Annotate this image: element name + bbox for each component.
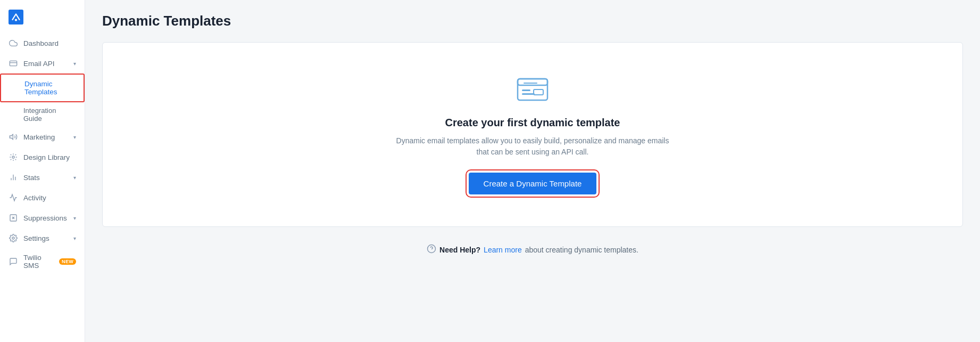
card-icon (9, 59, 18, 68)
svg-rect-2 (10, 61, 16, 66)
sidebar-item-activity-label: Activity (23, 194, 46, 202)
sidebar-item-dynamic-templates-label: Dynamic Templates (10, 80, 75, 96)
sidebar-item-dashboard[interactable]: Dashboard (0, 33, 85, 53)
sidebar-item-dashboard-label: Dashboard (23, 39, 59, 47)
sidebar-item-suppressions-label: Suppressions (23, 214, 67, 222)
help-learn-more-link[interactable]: Learn more (484, 246, 522, 254)
suppress-icon (9, 213, 18, 223)
stats-icon (9, 173, 18, 182)
main-content: Dynamic Templates Create your first dyna… (85, 0, 980, 342)
sidebar-item-stats-label: Stats (23, 174, 40, 182)
empty-state-description: Dynamic email templates allow you to eas… (389, 135, 676, 158)
chevron-down-icon: ▾ (73, 235, 76, 241)
sidebar-item-marketing[interactable]: Marketing ▾ (0, 127, 85, 147)
svg-rect-0 (9, 10, 23, 25)
template-icon (516, 75, 550, 106)
svg-rect-14 (518, 79, 547, 85)
help-label: Need Help? (439, 246, 480, 254)
sidebar-item-marketing-label: Marketing (23, 133, 55, 141)
sidebar-item-twilio-sms-label: Twilio SMS (23, 254, 52, 270)
activity-icon (9, 193, 18, 202)
chevron-down-icon: ▾ (73, 215, 76, 221)
sidebar-item-dynamic-templates[interactable]: Dynamic Templates (0, 74, 85, 102)
sidebar-item-settings[interactable]: Settings ▾ (0, 228, 85, 248)
cloud-icon (9, 38, 18, 48)
svg-point-5 (12, 156, 14, 158)
chevron-down-icon: ▾ (73, 61, 76, 67)
help-suffix: about creating dynamic templates. (525, 246, 638, 254)
sidebar-item-settings-label: Settings (23, 234, 49, 242)
chevron-down-icon: ▾ (73, 175, 76, 181)
svg-rect-17 (522, 93, 535, 95)
help-icon (427, 244, 436, 256)
svg-rect-18 (534, 89, 543, 95)
svg-rect-16 (522, 89, 530, 91)
svg-point-12 (12, 237, 14, 239)
sidebar-item-integration-guide-label: Integration Guide (23, 107, 76, 123)
design-icon (9, 152, 18, 162)
new-badge: NEW (59, 258, 76, 265)
sidebar-item-design-library[interactable]: Design Library (0, 147, 85, 167)
empty-state-title: Create your first dynamic template (445, 117, 620, 129)
chevron-down-icon: ▾ (73, 134, 76, 140)
logo (0, 4, 85, 33)
speaker-icon (9, 132, 18, 142)
page-title: Dynamic Templates (102, 13, 963, 29)
sidebar-item-twilio-sms[interactable]: Twilio SMS NEW (0, 248, 85, 275)
empty-state-card: Create your first dynamic template Dynam… (102, 42, 963, 227)
sidebar-item-email-api[interactable]: Email API ▾ (0, 53, 85, 74)
help-section: Need Help? Learn more about creating dyn… (102, 244, 963, 256)
sidebar-item-integration-guide[interactable]: Integration Guide (0, 102, 85, 127)
gear-icon (9, 233, 18, 243)
svg-point-1 (15, 19, 17, 21)
sidebar: Dashboard Email API ▾ Dynamic Templates … (0, 0, 85, 342)
create-dynamic-template-button[interactable]: Create a Dynamic Template (469, 173, 597, 194)
svg-marker-4 (10, 134, 13, 139)
sidebar-item-activity[interactable]: Activity (0, 188, 85, 208)
sidebar-item-email-api-label: Email API (23, 60, 55, 68)
sms-icon (9, 257, 18, 266)
sidebar-item-suppressions[interactable]: Suppressions ▾ (0, 208, 85, 228)
sidebar-item-stats[interactable]: Stats ▾ (0, 167, 85, 188)
sidebar-item-design-library-label: Design Library (23, 153, 70, 161)
